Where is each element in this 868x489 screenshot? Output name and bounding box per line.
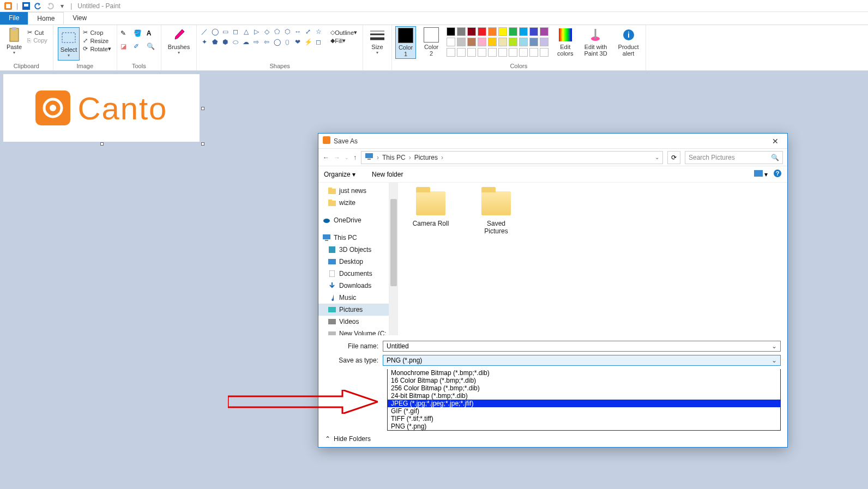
shape-option[interactable]: ☁ <box>242 38 250 46</box>
brushes-button[interactable]: Brushes ▾ <box>165 26 193 56</box>
color-swatch[interactable] <box>457 38 466 46</box>
tab-home[interactable]: Home <box>28 12 64 25</box>
save-icon[interactable] <box>22 2 31 10</box>
tree-item[interactable]: OneDrive <box>318 214 389 226</box>
chevron-down-icon[interactable]: ⌄ <box>771 357 777 364</box>
shape-option[interactable]: ▷ <box>252 27 261 36</box>
breadcrumb[interactable]: › This PC › Pictures › ⌄ <box>361 151 663 164</box>
color-swatch[interactable] <box>457 27 466 36</box>
crop-button[interactable]: ✂Crop <box>81 28 113 37</box>
shape-option[interactable]: ◯ <box>273 38 281 46</box>
color-swatch[interactable] <box>498 48 507 57</box>
shape-option[interactable]: ⬯ <box>283 38 292 46</box>
filetype-option[interactable]: 16 Color Bitmap (*.bmp;*.dib) <box>388 377 780 384</box>
shape-option[interactable]: ⬢ <box>221 38 230 46</box>
palette-row2[interactable] <box>447 38 550 47</box>
resize-handle[interactable] <box>100 142 104 146</box>
folder-tree[interactable]: just newswiziteOneDriveThis PC3D Objects… <box>318 183 389 335</box>
color-swatch[interactable] <box>540 27 548 36</box>
size-button[interactable]: Size ▾ <box>366 26 388 56</box>
fill-icon[interactable]: 🪣 <box>134 29 144 37</box>
tree-item[interactable]: Music <box>318 292 389 304</box>
breadcrumb-pictures[interactable]: Pictures <box>414 154 438 161</box>
color-swatch[interactable] <box>457 48 466 57</box>
magnifier-icon[interactable]: 🔍 <box>147 43 158 50</box>
color1-button[interactable]: Color 1 <box>395 26 416 59</box>
palette-row3[interactable] <box>447 48 550 58</box>
resize-handle[interactable] <box>201 107 204 110</box>
tree-item[interactable]: New Volume (C: <box>318 328 389 335</box>
filetype-option[interactable]: 256 Color Bitmap (*.bmp;*.dib) <box>388 384 780 392</box>
shape-option[interactable]: △ <box>242 27 250 36</box>
color-swatch[interactable] <box>509 38 517 46</box>
filetype-option[interactable]: PNG (*.png) <box>388 422 780 430</box>
paint3d-button[interactable]: Edit with Paint 3D <box>581 26 610 58</box>
color-swatch[interactable] <box>467 27 476 36</box>
paste-button[interactable]: Paste ▾ <box>3 26 25 56</box>
shape-option[interactable]: ⇦ <box>262 38 271 46</box>
forward-button[interactable]: → <box>334 154 340 161</box>
copy-button[interactable]: ⎘Copy <box>25 37 50 44</box>
color-swatch[interactable] <box>519 27 528 36</box>
color-swatch[interactable] <box>529 48 538 57</box>
chevron-down-icon[interactable]: ⌄ <box>771 342 777 350</box>
tree-item[interactable]: just news <box>318 185 389 197</box>
color-swatch[interactable] <box>519 48 528 57</box>
color-swatch[interactable] <box>447 38 455 46</box>
redo-icon[interactable] <box>46 2 55 10</box>
color-swatch[interactable] <box>529 38 538 46</box>
organize-button[interactable]: Organize ▾ <box>324 171 355 178</box>
text-icon[interactable]: A <box>147 29 158 37</box>
shape-option[interactable]: ⤢ <box>304 27 312 36</box>
shape-option[interactable]: ⇨ <box>252 38 261 46</box>
color-swatch[interactable] <box>509 48 517 57</box>
palette-row1[interactable] <box>447 27 550 37</box>
file-name-input[interactable]: Untitled ⌄ <box>383 341 781 352</box>
shape-option[interactable]: ↔ <box>293 27 302 36</box>
tree-item[interactable]: wizite <box>318 197 389 209</box>
color-swatch[interactable] <box>467 38 476 46</box>
shape-option[interactable]: ◻ <box>314 38 323 46</box>
undo-icon[interactable] <box>34 2 43 10</box>
select-button[interactable]: Select ▾ <box>58 27 80 61</box>
filetype-option[interactable]: JPEG (*.jpg;*.jpeg;*.jpe;*.jfif) <box>388 400 780 407</box>
color-swatch[interactable] <box>488 27 497 36</box>
new-folder-button[interactable]: New folder <box>372 171 403 178</box>
qat-dropdown-icon[interactable]: ▾ <box>58 2 67 10</box>
folder-item[interactable]: Camera Roll <box>409 191 453 227</box>
shape-option[interactable]: ☆ <box>314 27 323 36</box>
scrollbar-thumb[interactable] <box>390 199 397 286</box>
filetype-option[interactable]: Monochrome Bitmap (*.bmp;*.dib) <box>388 369 780 377</box>
tree-item[interactable]: Desktop <box>318 256 389 268</box>
recent-dropdown[interactable]: ⌄ <box>345 155 349 160</box>
pencil-icon[interactable]: ✎ <box>120 29 131 37</box>
tree-item[interactable]: Videos <box>318 316 389 328</box>
search-input[interactable]: Search Pictures 🔍 <box>685 151 783 164</box>
shape-option[interactable]: ◇ <box>262 27 271 36</box>
color-swatch[interactable] <box>488 38 497 46</box>
filetype-option[interactable]: TIFF (*.tif;*.tiff) <box>388 415 780 422</box>
filetype-option[interactable]: 24-bit Bitmap (*.bmp;*.dib) <box>388 392 780 400</box>
shape-option[interactable]: ❤ <box>293 38 302 46</box>
hide-folders-button[interactable]: ⌃ Hide Folders <box>325 435 371 443</box>
color-swatch[interactable] <box>447 48 455 57</box>
eraser-icon[interactable]: ◪ <box>120 43 131 50</box>
color-swatch[interactable] <box>447 27 455 36</box>
dialog-titlebar[interactable]: Save As ✕ <box>318 134 787 149</box>
resize-button[interactable]: ⤢Resize <box>81 37 113 45</box>
up-button[interactable]: ↑ <box>353 154 357 161</box>
shape-option[interactable]: ／ <box>200 27 209 36</box>
shape-option[interactable]: ▭ <box>221 27 230 36</box>
tree-item[interactable]: This PC <box>318 232 389 244</box>
color-swatch[interactable] <box>478 27 486 36</box>
folder-content[interactable]: Camera RollSaved Pictures <box>398 183 787 335</box>
color-swatch[interactable] <box>498 27 507 36</box>
resize-handle[interactable] <box>201 142 204 146</box>
save-type-dropdown[interactable]: Monochrome Bitmap (*.bmp;*.dib)16 Color … <box>387 369 781 431</box>
color-swatch[interactable] <box>478 38 486 46</box>
shape-option[interactable]: ⬡ <box>283 27 292 36</box>
filetype-option[interactable]: GIF (*.gif) <box>388 407 780 415</box>
help-button[interactable]: ? <box>773 169 782 179</box>
product-alert-button[interactable]: i Product alert <box>615 26 642 58</box>
view-options-button[interactable]: ▾ <box>754 170 768 178</box>
